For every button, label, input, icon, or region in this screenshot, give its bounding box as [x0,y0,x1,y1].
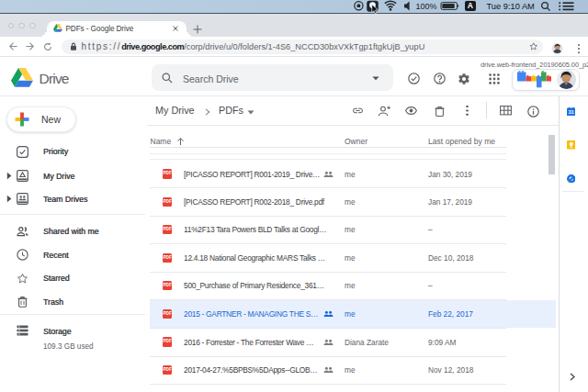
svg-text:31: 31 [568,109,573,115]
